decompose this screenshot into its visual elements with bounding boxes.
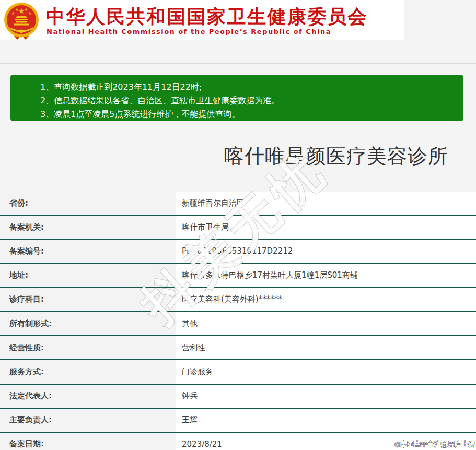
table-row: 地址: 喀什市多来特巴格乡17村柒叶大厦1幢1层S01商铺	[0, 264, 476, 288]
field-label: 服务方式:	[0, 360, 176, 383]
table-row: 省份: 新疆维吾尔自治区	[0, 192, 476, 216]
uploaded-by-note: ◎本图由平台注册用户上传	[394, 440, 475, 449]
field-value: PDY00193665310117D2212	[176, 240, 476, 263]
field-value: 其他	[176, 312, 476, 335]
field-value: 王辉	[176, 409, 476, 432]
field-label: 诊疗科目:	[0, 288, 176, 311]
field-label: 备案日期:	[0, 433, 176, 450]
svg-text:★: ★	[28, 11, 31, 16]
registration-table: 省份: 新疆维吾尔自治区 备案机关: 喀什市卫生局 备案编号: PDY00193…	[0, 192, 476, 450]
svg-text:★: ★	[15, 7, 18, 12]
notice-line-3: 3、凌晨1点至凌晨5点系统进行维护，不能提供查询。	[40, 108, 458, 121]
prc-national-emblem-icon: ★ ★ ★ ★ ★	[3, 1, 40, 40]
notice-line-2: 2、信息数据结果以各省、自治区、直辖市卫生健康委数据为准。	[40, 94, 458, 108]
institution-name-title: 喀什唯星颜医疗美容诊所	[224, 143, 448, 170]
field-value: 医疗美容科(美容外科)******	[176, 288, 476, 311]
field-label: 所有制形式:	[0, 312, 176, 335]
field-value: 新疆维吾尔自治区	[176, 192, 476, 215]
field-label: 主要负责人:	[0, 409, 176, 432]
table-row: 诊疗科目: 医疗美容科(美容外科)******	[0, 288, 476, 312]
header-divider	[0, 63, 476, 64]
table-row: 经营性质: 营利性	[0, 336, 476, 360]
field-value: 营利性	[176, 336, 476, 359]
field-label: 备案机关:	[0, 216, 176, 239]
field-value: 喀什市多来特巴格乡17村柒叶大厦1幢1层S01商铺	[176, 264, 476, 287]
table-row: 法定代表人: 钟兵	[0, 385, 476, 409]
site-title-english: National Health Commission of the People…	[47, 28, 331, 35]
table-row: 所有制形式: 其他	[0, 312, 476, 336]
table-row: 备案编号: PDY00193665310117D2212	[0, 240, 476, 264]
field-value: 钟兵	[176, 385, 476, 408]
field-value: 门诊服务	[176, 360, 476, 383]
field-label: 经营性质:	[0, 336, 176, 359]
field-label: 省份:	[0, 192, 176, 215]
table-row: 备案机关: 喀什市卫生局	[0, 216, 476, 240]
field-label: 法定代表人:	[0, 385, 176, 408]
notice-line-1: 1、查询数据截止到2023年11月12日22时;	[40, 80, 458, 94]
query-notice-box: 1、查询数据截止到2023年11月12日22时; 2、信息数据结果以各省、自治区…	[10, 75, 463, 121]
field-label: 备案编号:	[0, 240, 176, 263]
field-value: 喀什市卫生局	[176, 216, 476, 239]
table-row: 主要负责人: 王辉	[0, 409, 476, 433]
field-label: 地址:	[0, 264, 176, 287]
site-header: ★ ★ ★ ★ ★ 中华人民共和国国家卫生健康委员会 National Heal…	[0, 0, 404, 40]
site-title-chinese: 中华人民共和国国家卫生健康委员会	[46, 4, 368, 30]
table-row: 服务方式: 门诊服务	[0, 360, 476, 384]
